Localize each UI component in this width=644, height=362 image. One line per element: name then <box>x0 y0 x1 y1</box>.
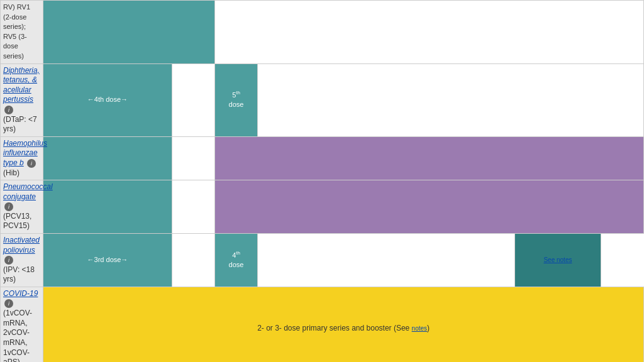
covid-notes-link[interactable]: notes <box>412 325 427 332</box>
covid-vaccine-link[interactable]: COVID-19 <box>3 289 38 298</box>
table-row-hib: Haemophilus influenzae type b i (Hib) <box>1 136 644 180</box>
table-row-ipv: Inactivated poliovirus i (IPV: <18 yrs) … <box>1 234 644 287</box>
ipv-vaccine-link[interactable]: Inactivated poliovirus <box>3 236 40 255</box>
ipv-4th-dose: 4thdose <box>229 251 244 269</box>
ipv-sub-text: (IPV: <18 yrs) <box>3 265 35 284</box>
pcv-sub-text: (PCV13, PCV15) <box>3 212 31 231</box>
hib-info-icon[interactable]: i <box>27 159 36 168</box>
dtap-sub-text: (DTaP: <7 yrs) <box>3 115 37 134</box>
table-row-dtap: Diphtheria, tetanus, & acellular pertuss… <box>1 63 644 136</box>
table-row-covid: COVID-19 i (1vCOV-mRNA, 2vCOV-mRNA, 1vCO… <box>1 287 644 362</box>
covid-info-icon[interactable]: i <box>4 299 13 308</box>
pcv-info-icon[interactable]: i <box>4 202 13 211</box>
vaccination-schedule-table: RV) RV1 (2-dose series); RV5 (3-dose ser… <box>0 0 644 362</box>
hib-sub-text: (Hib) <box>3 168 19 177</box>
dtap-vaccine-link[interactable]: Diphtheria, tetanus, & acellular pertuss… <box>3 66 40 104</box>
covid-dose-text: 2- or 3- dose primary series and booster… <box>257 324 430 332</box>
ipv-see-notes[interactable]: See notes <box>543 256 572 263</box>
dtap-5th-dose: 5thdose <box>229 91 244 109</box>
table-row: RV) RV1 (2-dose series); RV5 (3-dose ser… <box>1 1 644 64</box>
covid-sub-text: (1vCOV-mRNA, 2vCOV-mRNA, 1vCOV-aPS) <box>3 309 32 362</box>
hib-vaccine-link[interactable]: Haemophilus influenzae type b <box>3 139 47 167</box>
dtap-info-icon[interactable]: i <box>4 106 13 114</box>
dtap-4th-dose: ←4th dose→ <box>87 96 128 103</box>
vaccine-name-text: RV) RV1 (2-dose series); RV5 (3-dose ser… <box>3 3 30 60</box>
ipv-3rd-dose: ←3rd dose→ <box>87 256 128 263</box>
table-row-pcv: Pneumococcal conjugate i (PCV13, PCV15) <box>1 180 644 234</box>
ipv-info-icon[interactable]: i <box>4 256 13 265</box>
